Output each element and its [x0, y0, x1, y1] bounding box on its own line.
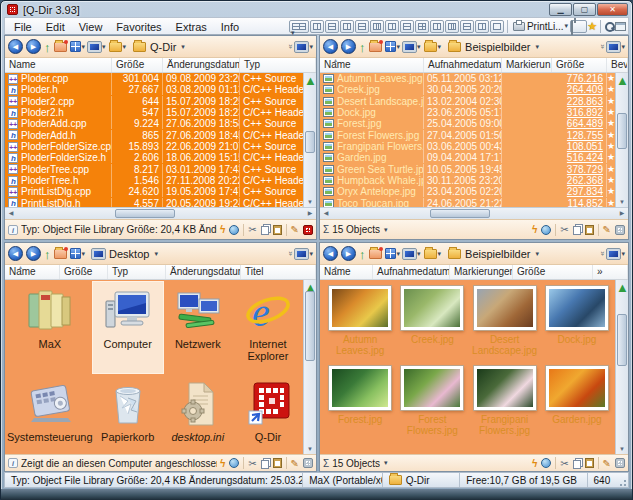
column-header-3[interactable]: Änderungsdatum: [163, 58, 240, 72]
desktop-item-q-dir[interactable]: Q-Dir: [233, 375, 303, 454]
folder-dropdown-button[interactable]: [424, 249, 442, 259]
menu-file[interactable]: File: [7, 20, 39, 34]
desktop-item-netzwerk[interactable]: Netzwerk: [163, 282, 233, 373]
paste-icon[interactable]: [273, 458, 282, 468]
pane-select-button[interactable]: [295, 42, 313, 52]
chevron-down-icon[interactable]: [384, 459, 388, 467]
layout-button-4[interactable]: [340, 20, 354, 33]
vertical-scrollbar[interactable]: [615, 280, 628, 454]
table-row[interactable]: Humpback Whale.jpg30.11.2005 23:20262.36…: [320, 175, 615, 186]
vertical-scrollbar[interactable]: [303, 73, 316, 207]
column-header-1[interactable]: Name: [5, 58, 112, 72]
back-button[interactable]: [8, 246, 23, 261]
desktop-item-computer[interactable]: Computer: [93, 282, 163, 373]
scroll-up-arrow[interactable]: [616, 280, 628, 290]
favorites-folder-icon[interactable]: [54, 42, 67, 52]
table-row[interactable]: PrintListDlg.cpp24.62019.05.2009 17:47C+…: [5, 186, 303, 197]
scroll-up-arrow[interactable]: [304, 73, 316, 83]
toolbar-overflow-button[interactable]: [286, 251, 295, 255]
desktop-item-internet-explorer[interactable]: eInternet Explorer: [233, 282, 303, 373]
maximize-button[interactable]: ▢: [573, 3, 596, 16]
up-button[interactable]: [44, 38, 51, 56]
view-dropdown-button[interactable]: [385, 248, 401, 259]
vertical-scrollbar[interactable]: [615, 73, 628, 207]
scroll-left-arrow[interactable]: [320, 208, 332, 219]
resize-grip[interactable]: [616, 473, 628, 487]
copy-icon[interactable]: [573, 226, 581, 235]
table-row[interactable]: Forest.jpg25.04.2005 09:00664.489★: [320, 118, 615, 129]
thumbnail-item-creek-jpg[interactable]: Creek.jpg: [396, 286, 468, 356]
scroll-left-arrow[interactable]: [5, 208, 17, 219]
column-header-4[interactable]: Größe: [552, 58, 607, 72]
folder-dropdown-button[interactable]: [424, 42, 442, 52]
table-row[interactable]: PloderTree.h1.54627.11.2008 20:22C/C++ H…: [5, 175, 303, 186]
table-row[interactable]: Desert Landscape.jpg13.02.2004 02:30228.…: [320, 96, 615, 107]
copy-icon[interactable]: [573, 460, 581, 469]
scroll-down-arrow[interactable]: [616, 444, 628, 454]
new-window-icon[interactable]: [615, 22, 626, 31]
table-row[interactable]: Ploder.cpp301.00409.08.2009 23:20C++ Sou…: [5, 73, 303, 84]
toolbar-overflow-button[interactable]: [598, 251, 607, 255]
table-row[interactable]: PloderTree.cpp8.21703.01.2009 17:43C++ S…: [5, 164, 303, 175]
scroll-up-arrow[interactable]: [304, 280, 316, 290]
vertical-scrollbar[interactable]: [303, 280, 316, 454]
minimize-button[interactable]: ▁: [549, 3, 572, 16]
address-dropdown[interactable]: Q-Dir: [129, 40, 189, 54]
table-row[interactable]: Toco Toucan.jpg24.06.2005 21:22114.852★: [320, 198, 615, 207]
up-button[interactable]: [359, 245, 366, 263]
table-row[interactable]: Garden.jpg09.04.2004 17:17516.424★: [320, 152, 615, 163]
close-button[interactable]: ✕: [597, 3, 628, 16]
horizontal-scrollbar[interactable]: [5, 207, 316, 219]
rename-icon[interactable]: [291, 458, 299, 469]
search-magnifier-icon[interactable]: [604, 21, 615, 32]
toolbar-overflow-button[interactable]: [598, 44, 607, 48]
cut-icon[interactable]: [560, 458, 568, 469]
thumbnail-item-frangipani-flowers-jpg[interactable]: Frangipani Flowers.jpg: [469, 366, 541, 436]
column-header-3[interactable]: Markierungen: [450, 265, 513, 279]
menu-info[interactable]: Info: [214, 20, 246, 34]
scroll-down-arrow[interactable]: [304, 444, 316, 454]
column-header-1[interactable]: Name: [320, 265, 373, 279]
layout-button-5[interactable]: [355, 20, 369, 33]
computer-dropdown-button[interactable]: [403, 249, 421, 259]
table-row[interactable]: PloderFolderSize.cpp15.89322.06.2009 21:…: [5, 141, 303, 152]
scroll-down-arrow[interactable]: [304, 197, 316, 207]
copy-icon[interactable]: [261, 226, 269, 235]
pane-select-button[interactable]: [295, 249, 313, 259]
horizontal-scrollbar[interactable]: [320, 207, 628, 219]
layout-button-13[interactable]: [475, 20, 489, 33]
table-row[interactable]: PloderAdd.cpp9.22427.06.2009 18:58C++ So…: [5, 118, 303, 129]
qdir-pane-focus-icon[interactable]: [615, 225, 625, 235]
table-row[interactable]: PloderAdd.h86527.06.2009 18:45C/C++ Head…: [5, 130, 303, 141]
layout-button-14[interactable]: [490, 20, 504, 33]
chevron-down-icon[interactable]: [384, 226, 388, 234]
menu-favorites[interactable]: Favorites: [109, 20, 168, 34]
scroll-down-arrow[interactable]: [616, 197, 628, 207]
computer-dropdown-button[interactable]: [403, 42, 421, 52]
view-dropdown-button[interactable]: [70, 41, 86, 52]
table-row[interactable]: Ploder.h27.66703.08.2009 01:13C/C++ Head…: [5, 84, 303, 95]
menu-view[interactable]: View: [72, 20, 110, 34]
favorites-folder-icon[interactable]: [369, 42, 382, 52]
titlebar[interactable]: [Q-Dir 3.93] ▁ ▢ ✕: [1, 1, 632, 17]
layout-button-2[interactable]: [310, 20, 324, 33]
layout-button-1[interactable]: [289, 20, 309, 33]
cut-icon[interactable]: [560, 224, 568, 235]
pane-select-button[interactable]: [607, 42, 625, 52]
back-button[interactable]: [323, 246, 338, 261]
menu-edit[interactable]: Edit: [39, 20, 72, 34]
paste-icon[interactable]: [273, 225, 282, 235]
column-header-2[interactable]: Aufnahmedatum: [373, 265, 450, 279]
forward-button[interactable]: [26, 246, 41, 261]
desktop-item-systemsteuerung[interactable]: Systemsteuerung: [7, 375, 93, 454]
thumbnail-item-desert-landscape-jpg[interactable]: Desert Landscape.jpg: [469, 286, 541, 356]
column-header-3[interactable]: Markierun...: [502, 58, 552, 72]
pane-select-button[interactable]: [607, 249, 625, 259]
computer-dropdown-button[interactable]: [88, 42, 106, 52]
menu-extras[interactable]: Extras: [169, 20, 214, 34]
forward-button[interactable]: [26, 39, 41, 54]
layout-button-10[interactable]: [430, 20, 444, 33]
forward-button[interactable]: [341, 246, 356, 261]
table-row[interactable]: Autumn Leaves.jpg05.11.2005 03:12776.216…: [320, 73, 615, 84]
column-header-4[interactable]: Änderungsdatum: [166, 265, 241, 279]
